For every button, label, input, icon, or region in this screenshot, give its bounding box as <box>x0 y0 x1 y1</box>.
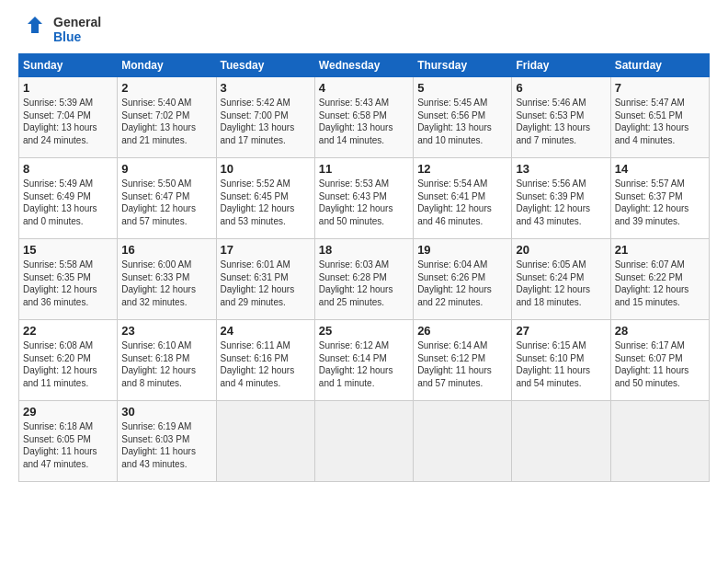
day-number: 30 <box>121 405 211 419</box>
calendar-cell: 13Sunrise: 5:56 AM Sunset: 6:39 PM Dayli… <box>512 158 610 239</box>
day-number: 8 <box>23 162 113 176</box>
day-info: Sunrise: 6:05 AM Sunset: 6:24 PM Dayligh… <box>516 259 606 308</box>
day-info: Sunrise: 5:49 AM Sunset: 6:49 PM Dayligh… <box>23 178 113 227</box>
day-info: Sunrise: 5:39 AM Sunset: 7:04 PM Dayligh… <box>23 97 113 146</box>
day-number: 19 <box>417 243 507 257</box>
calendar-cell: 30Sunrise: 6:19 AM Sunset: 6:03 PM Dayli… <box>118 401 216 482</box>
day-number: 2 <box>121 81 211 95</box>
calendar-cell: 29Sunrise: 6:18 AM Sunset: 6:05 PM Dayli… <box>19 401 118 482</box>
calendar-cell: 6Sunrise: 5:46 AM Sunset: 6:53 PM Daylig… <box>512 77 610 158</box>
calendar-cell: 11Sunrise: 5:53 AM Sunset: 6:43 PM Dayli… <box>314 158 413 239</box>
day-info: Sunrise: 6:19 AM Sunset: 6:03 PM Dayligh… <box>121 420 211 470</box>
day-number: 25 <box>319 324 409 338</box>
day-number: 6 <box>516 81 606 95</box>
calendar-cell: 28Sunrise: 6:17 AM Sunset: 6:07 PM Dayli… <box>610 320 709 401</box>
day-number: 7 <box>615 81 705 95</box>
day-number: 5 <box>417 81 507 95</box>
calendar-cell: 24Sunrise: 6:11 AM Sunset: 6:16 PM Dayli… <box>216 320 314 401</box>
calendar-cell: 23Sunrise: 6:10 AM Sunset: 6:18 PM Dayli… <box>118 320 216 401</box>
logo-svg-icon <box>18 15 48 44</box>
day-info: Sunrise: 5:47 AM Sunset: 6:51 PM Dayligh… <box>615 97 705 146</box>
day-info: Sunrise: 5:57 AM Sunset: 6:37 PM Dayligh… <box>615 178 705 227</box>
day-info: Sunrise: 6:08 AM Sunset: 6:20 PM Dayligh… <box>23 339 113 389</box>
calendar-cell <box>216 401 314 482</box>
day-info: Sunrise: 6:17 AM Sunset: 6:07 PM Dayligh… <box>615 339 705 389</box>
day-number: 4 <box>319 81 409 95</box>
calendar-cell <box>314 401 413 482</box>
calendar-cell: 16Sunrise: 6:00 AM Sunset: 6:33 PM Dayli… <box>118 239 216 320</box>
day-number: 27 <box>516 324 606 338</box>
calendar-cell: 15Sunrise: 5:58 AM Sunset: 6:35 PM Dayli… <box>19 239 118 320</box>
calendar-table: SundayMondayTuesdayWednesdayThursdayFrid… <box>18 53 710 482</box>
day-info: Sunrise: 5:58 AM Sunset: 6:35 PM Dayligh… <box>23 259 113 308</box>
day-info: Sunrise: 5:53 AM Sunset: 6:43 PM Dayligh… <box>319 178 409 227</box>
logo: General Blue <box>18 15 101 44</box>
logo-general-text: General <box>53 15 101 29</box>
day-info: Sunrise: 6:01 AM Sunset: 6:31 PM Dayligh… <box>221 259 311 308</box>
day-info: Sunrise: 5:56 AM Sunset: 6:39 PM Dayligh… <box>516 178 606 227</box>
calendar-cell: 25Sunrise: 6:12 AM Sunset: 6:14 PM Dayli… <box>314 320 413 401</box>
calendar-cell: 26Sunrise: 6:14 AM Sunset: 6:12 PM Dayli… <box>414 320 512 401</box>
day-number: 11 <box>319 162 409 176</box>
calendar-cell <box>512 401 610 482</box>
day-info: Sunrise: 6:11 AM Sunset: 6:16 PM Dayligh… <box>221 339 311 389</box>
calendar-header: SundayMondayTuesdayWednesdayThursdayFrid… <box>19 54 710 77</box>
day-info: Sunrise: 5:45 AM Sunset: 6:56 PM Dayligh… <box>417 97 507 146</box>
day-info: Sunrise: 6:04 AM Sunset: 6:26 PM Dayligh… <box>417 259 507 308</box>
day-number: 26 <box>417 324 507 338</box>
calendar-cell: 21Sunrise: 6:07 AM Sunset: 6:22 PM Dayli… <box>610 239 709 320</box>
calendar-body: 1Sunrise: 5:39 AM Sunset: 7:04 PM Daylig… <box>19 77 710 482</box>
calendar-cell: 19Sunrise: 6:04 AM Sunset: 6:26 PM Dayli… <box>414 239 512 320</box>
col-header-saturday: Saturday <box>610 54 709 77</box>
calendar-week: 15Sunrise: 5:58 AM Sunset: 6:35 PM Dayli… <box>19 239 710 320</box>
header-row: SundayMondayTuesdayWednesdayThursdayFrid… <box>19 54 710 77</box>
day-info: Sunrise: 6:10 AM Sunset: 6:18 PM Dayligh… <box>121 339 211 389</box>
calendar-cell: 22Sunrise: 6:08 AM Sunset: 6:20 PM Dayli… <box>19 320 118 401</box>
day-info: Sunrise: 5:42 AM Sunset: 7:00 PM Dayligh… <box>221 97 311 146</box>
day-number: 21 <box>615 243 705 257</box>
calendar-week: 29Sunrise: 6:18 AM Sunset: 6:05 PM Dayli… <box>19 401 710 482</box>
col-header-tuesday: Tuesday <box>216 54 314 77</box>
col-header-monday: Monday <box>118 54 216 77</box>
calendar-cell: 18Sunrise: 6:03 AM Sunset: 6:28 PM Dayli… <box>314 239 413 320</box>
calendar-cell: 17Sunrise: 6:01 AM Sunset: 6:31 PM Dayli… <box>216 239 314 320</box>
calendar-week: 8Sunrise: 5:49 AM Sunset: 6:49 PM Daylig… <box>19 158 710 239</box>
calendar-week: 22Sunrise: 6:08 AM Sunset: 6:20 PM Dayli… <box>19 320 710 401</box>
day-number: 15 <box>23 243 113 257</box>
calendar-cell <box>610 401 709 482</box>
day-number: 20 <box>516 243 606 257</box>
calendar-cell: 20Sunrise: 6:05 AM Sunset: 6:24 PM Dayli… <box>512 239 610 320</box>
calendar-cell: 14Sunrise: 5:57 AM Sunset: 6:37 PM Dayli… <box>610 158 709 239</box>
day-number: 28 <box>615 324 705 338</box>
day-number: 1 <box>23 81 113 95</box>
day-info: Sunrise: 6:12 AM Sunset: 6:14 PM Dayligh… <box>319 339 409 389</box>
day-info: Sunrise: 6:15 AM Sunset: 6:10 PM Dayligh… <box>516 339 606 389</box>
day-number: 16 <box>121 243 211 257</box>
day-info: Sunrise: 5:43 AM Sunset: 6:58 PM Dayligh… <box>319 97 409 146</box>
calendar-cell: 8Sunrise: 5:49 AM Sunset: 6:49 PM Daylig… <box>19 158 118 239</box>
day-info: Sunrise: 5:52 AM Sunset: 6:45 PM Dayligh… <box>221 178 311 227</box>
col-header-thursday: Thursday <box>414 54 512 77</box>
svg-marker-0 <box>28 17 42 33</box>
calendar-cell: 10Sunrise: 5:52 AM Sunset: 6:45 PM Dayli… <box>216 158 314 239</box>
main-container: General Blue SundayMondayTuesdayWednesda… <box>0 0 728 491</box>
header: General Blue <box>18 15 710 44</box>
day-info: Sunrise: 6:18 AM Sunset: 6:05 PM Dayligh… <box>23 420 113 470</box>
day-number: 13 <box>516 162 606 176</box>
day-number: 23 <box>121 324 211 338</box>
day-number: 12 <box>417 162 507 176</box>
calendar-cell <box>414 401 512 482</box>
day-info: Sunrise: 5:54 AM Sunset: 6:41 PM Dayligh… <box>417 178 507 227</box>
day-number: 14 <box>615 162 705 176</box>
col-header-sunday: Sunday <box>19 54 118 77</box>
day-info: Sunrise: 6:00 AM Sunset: 6:33 PM Dayligh… <box>121 259 211 308</box>
calendar-cell: 1Sunrise: 5:39 AM Sunset: 7:04 PM Daylig… <box>19 77 118 158</box>
day-number: 22 <box>23 324 113 338</box>
day-number: 17 <box>221 243 311 257</box>
calendar-cell: 2Sunrise: 5:40 AM Sunset: 7:02 PM Daylig… <box>118 77 216 158</box>
calendar-cell: 12Sunrise: 5:54 AM Sunset: 6:41 PM Dayli… <box>414 158 512 239</box>
day-number: 18 <box>319 243 409 257</box>
calendar-cell: 3Sunrise: 5:42 AM Sunset: 7:00 PM Daylig… <box>216 77 314 158</box>
day-number: 9 <box>121 162 211 176</box>
calendar-cell: 4Sunrise: 5:43 AM Sunset: 6:58 PM Daylig… <box>314 77 413 158</box>
